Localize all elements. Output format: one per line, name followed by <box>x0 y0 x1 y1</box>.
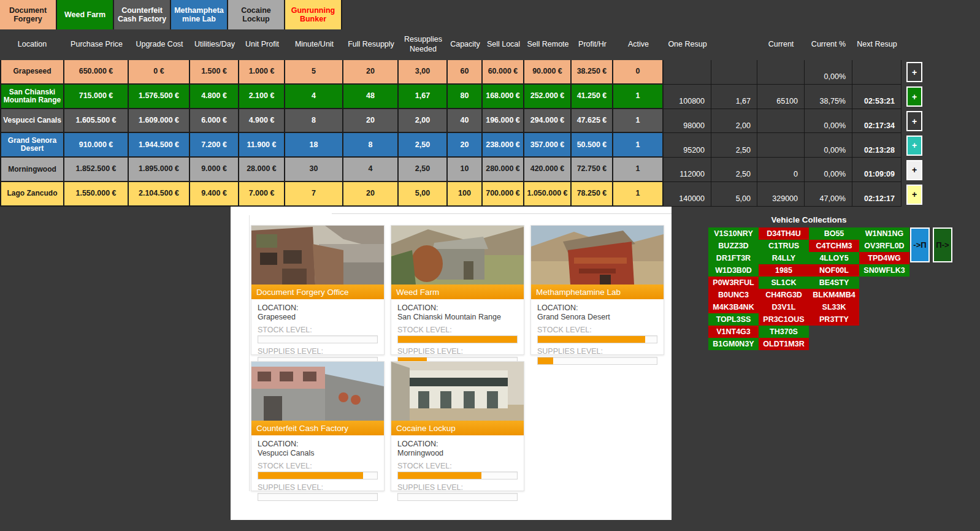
transfer-right-button[interactable]: ->П <box>910 227 930 262</box>
table-row-san-chianski-mountain-range: San Chianski Mountain Range715.000 €1.57… <box>0 85 980 109</box>
row-action-gutter: + <box>902 109 980 134</box>
vehicle-plate-topl3ss[interactable]: TOPL3SS <box>708 313 759 326</box>
column-header-resupplies-needed: Resupplies Needed <box>399 29 448 60</box>
vehicle-plate-v1nt4g3[interactable]: V1NT4G3 <box>708 326 759 338</box>
vehicle-grid-spacer <box>859 338 909 350</box>
vehicle-plate-ch4rg3d[interactable]: CH4RG3D <box>759 289 809 301</box>
value-cell-purchase-price: 1.852.500 € <box>64 158 129 182</box>
vehicle-plate-c1trus[interactable]: C1TRUS <box>759 240 809 252</box>
supplies-level-label: SUPPLIES LEVEL: <box>258 347 378 356</box>
vehicle-plate-th370s[interactable]: TH370S <box>759 326 809 338</box>
value-cell-active: 1 <box>613 85 664 109</box>
column-header-purchase-price: Purchase Price <box>64 29 129 60</box>
vehicle-plate-4lloy5[interactable]: 4LLOY5 <box>809 252 859 264</box>
vehicle-plate-pr3tty[interactable]: PR3TTY <box>809 313 859 326</box>
card-body: LOCATION: Morningwood STOCK LEVEL: SUPPL… <box>391 435 524 501</box>
vehicle-plate-nof00l[interactable]: NOF00L <box>809 264 859 277</box>
column-header-sell-remote: Sell Remote <box>524 29 572 60</box>
column-header-full-resupply: Full Resupply <box>343 29 399 60</box>
vehicle-plate-r4lly[interactable]: R4LLY <box>759 252 809 264</box>
vehicle-plate-sn0wflk3[interactable]: SN0WFLK3 <box>859 264 909 277</box>
location-label: LOCATION: <box>258 440 378 448</box>
value-cell-resupplies-needed: 2,00 <box>399 109 448 134</box>
tab-counterfeit-cash-factory[interactable]: Counterfeit Cash Factory <box>114 0 171 29</box>
vehicle-plate-tpd4wg[interactable]: TPD4WG <box>859 252 909 264</box>
tracker-cell-current: 47,00% <box>805 182 852 207</box>
vehicle-plate-be4sty[interactable]: BE4STY <box>809 277 859 289</box>
vehicle-plate-oldt1m3r[interactable]: OLDT1M3R <box>759 338 809 350</box>
vehicle-plate-w1nn1ng[interactable]: W1NN1NG <box>859 227 909 240</box>
vehicle-grid-spacer <box>859 289 909 301</box>
supplies-bar-fill <box>538 357 553 364</box>
supplies-level-label: SUPPLIES LEVEL: <box>397 483 518 492</box>
add-resupply-button[interactable]: + <box>906 160 922 180</box>
tracker-cell-current <box>757 133 805 158</box>
column-header-utilities-day: Utilities/Day <box>190 29 239 60</box>
vehicle-grid-spacer <box>859 326 909 338</box>
vehicle-plate-v1s10nry[interactable]: V1S10NRY <box>708 227 759 240</box>
vehicle-plate-sl1ck[interactable]: SL1CK <box>759 277 809 289</box>
tab-gunrunning-bunker[interactable]: Gunrunning Bunker <box>285 0 342 29</box>
vehicle-plate-p0w3rful[interactable]: P0W3RFUL <box>708 277 759 289</box>
tracker-cell-current: 0,00% <box>805 109 852 134</box>
column-header-current: Current <box>757 29 805 60</box>
vehicle-plate-c4tchm3[interactable]: C4TCHM3 <box>809 240 859 252</box>
table-row-grand-senora-desert: Grand Senora Desert910.000 €1.944.500 €7… <box>0 133 980 158</box>
supplies-level-label: SUPPLIES LEVEL: <box>258 483 378 492</box>
value-cell-upgrade-cost: 0 € <box>129 60 190 85</box>
value-cell-sell-local: 196.000 € <box>483 109 524 134</box>
transfer-left-button[interactable]: П-> <box>933 227 952 262</box>
vehicle-plate-pr3c1ous[interactable]: PR3C1OUS <box>759 313 809 326</box>
value-cell-resupplies-needed: 3,00 <box>399 60 448 85</box>
supplies-bar <box>537 357 657 365</box>
tab-document-forgery[interactable]: Document Forgery <box>0 0 57 29</box>
vehicle-plate-1985[interactable]: 1985 <box>759 264 809 277</box>
value-cell-resupplies-needed: 2,50 <box>399 133 448 158</box>
table-row-morningwood: Morningwood1.852.500 €1.895.000 €9.000 €… <box>0 158 980 182</box>
vehicle-plate-dr1ft3r[interactable]: DR1FT3R <box>708 252 759 264</box>
vehicle-plate-buzz3d[interactable]: BUZZ3D <box>708 240 759 252</box>
vehicle-plate-blkm4mb4[interactable]: BLKM4MB4 <box>809 289 859 301</box>
card-body: LOCATION: Grand Senora Desert STOCK LEVE… <box>531 299 664 365</box>
add-resupply-button[interactable]: + <box>906 136 922 156</box>
tab-methamphetamine-lab[interactable]: Methamphetamine Lab <box>171 0 228 29</box>
stock-level-label: STOCK LEVEL: <box>397 462 518 470</box>
tracker-cell-next-resup: 02:53:21 <box>852 85 902 109</box>
vehicle-plate-d34th4u[interactable]: D34TH4U <box>759 227 809 240</box>
tab-cocaine-lockup[interactable]: Cocaine Lockup <box>228 0 285 29</box>
add-resupply-button[interactable]: + <box>906 111 922 131</box>
value-cell-profit-hr: 78.250 € <box>572 182 613 207</box>
business-status-panel: Document Forgery Office LOCATION: Grapes… <box>231 207 672 520</box>
vehicle-plate-sl33k[interactable]: SL33K <box>809 301 859 313</box>
tab-weed-farm[interactable]: Weed Farm <box>57 0 114 29</box>
vehicle-plate-ov3rfl0d[interactable]: OV3RFL0D <box>859 240 909 252</box>
value-cell-unit-profit: 1.000 € <box>239 60 285 85</box>
stock-bar-fill <box>398 472 481 479</box>
add-resupply-button[interactable]: + <box>906 86 922 107</box>
value-cell-resupplies-needed: 2,50 <box>399 158 448 182</box>
vehicle-plate-bo55[interactable]: BO55 <box>809 227 859 240</box>
vehicle-plate-m4k3b4nk[interactable]: M4K3B4NK <box>708 301 759 313</box>
row-action-gutter: + <box>902 182 980 207</box>
add-resupply-button[interactable]: + <box>906 62 922 82</box>
vehicle-plate-b1gm0n3y[interactable]: B1GM0N3Y <box>708 338 759 350</box>
location-label: LOCATION: <box>397 440 518 448</box>
vehicle-plate-d3v1l[interactable]: D3V1L <box>759 301 809 313</box>
stock-bar-fill <box>538 336 645 343</box>
business-tabs: Document ForgeryWeed FarmCounterfeit Cas… <box>0 0 342 29</box>
stock-bar-fill <box>258 472 363 479</box>
vehicle-plate-b0unc3[interactable]: B0UNC3 <box>708 289 759 301</box>
table-header-row: LocationPurchase PriceUpgrade CostUtilit… <box>0 29 902 60</box>
vehicle-grid-spacer <box>809 326 859 338</box>
add-resupply-button[interactable]: + <box>906 185 922 205</box>
column-header-sell-local: Sell Local <box>483 29 524 60</box>
value-cell-profit-hr: 38.250 € <box>572 60 613 85</box>
tracker-cell-blank: 5,00 <box>711 182 757 207</box>
tracker-cell-current <box>757 60 805 85</box>
value-cell-purchase-price: 1.605.500 € <box>64 109 129 134</box>
vehicle-plate-w1d3b0d[interactable]: W1D3B0D <box>708 264 759 277</box>
tracker-cell-current: 65100 <box>757 85 805 109</box>
card-body: LOCATION: Grapeseed STOCK LEVEL: SUPPLIE… <box>251 299 384 365</box>
value-cell-resupplies-needed: 1,67 <box>399 85 448 109</box>
card-title: Methamphetamine Lab <box>531 285 664 299</box>
